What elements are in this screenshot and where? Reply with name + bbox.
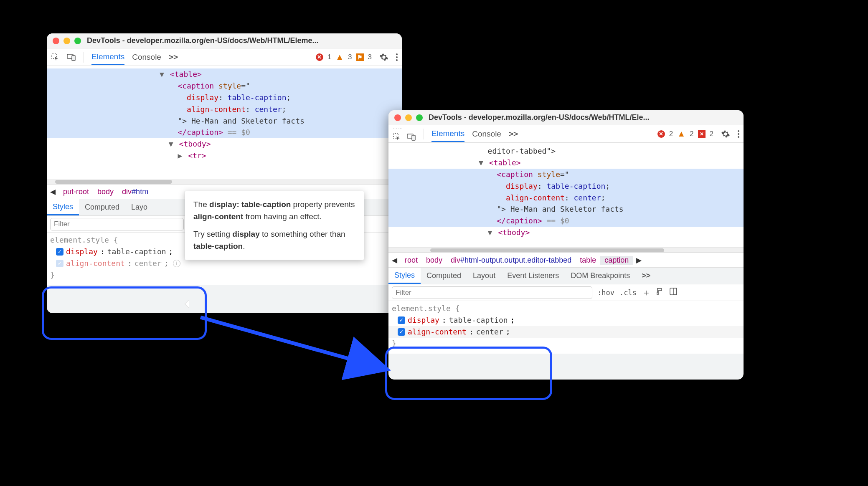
inspect-icon[interactable]: [393, 133, 401, 141]
devtools-window-before: DevTools - developer.mozilla.org/en-US/d…: [47, 33, 402, 313]
svg-rect-2: [72, 56, 75, 61]
filter-input[interactable]: [50, 218, 184, 230]
drag-handle-icon[interactable]: ⋯⋯: [393, 127, 416, 132]
dom-tree[interactable]: editor-tabbed"> ▼ <table> <caption style…: [388, 143, 744, 247]
subtab-computed[interactable]: Computed: [79, 199, 125, 215]
issues-icon[interactable]: ⚑: [356, 53, 364, 61]
css-property-value[interactable]: table-caption: [107, 246, 166, 258]
breadcrumb-prev-icon[interactable]: ◀: [47, 187, 59, 196]
property-hint-tooltip: The display: table-caption property prev…: [185, 191, 364, 260]
styles-panel[interactable]: element.style { ✓ display: table-caption…: [388, 301, 744, 354]
disclosure-triangle-icon[interactable]: ▼: [160, 68, 165, 80]
crumb-item[interactable]: put-root: [59, 187, 93, 196]
class-toggle[interactable]: .cls: [619, 289, 637, 297]
titlebar[interactable]: DevTools - developer.mozilla.org/en-US/d…: [388, 110, 744, 125]
horizontal-scrollbar[interactable]: [388, 247, 744, 253]
crumb-item[interactable]: div#htm: [118, 187, 152, 196]
more-tabs-icon[interactable]: >>: [169, 53, 178, 62]
disclosure-triangle-icon[interactable]: ▶: [178, 150, 183, 162]
property-checkbox[interactable]: ✓: [398, 328, 405, 336]
toolbar: Elements Console >> ✕1 ▲3 ⚑3: [47, 48, 402, 66]
rule-selector: element.style {: [50, 235, 118, 244]
crumb-item[interactable]: div#html-output.output.editor-tabbed: [447, 256, 576, 265]
subtab-dom-breakpoints[interactable]: DOM Breakpoints: [565, 268, 636, 284]
status-icons: ✕1 ▲3 ⚑3: [316, 52, 372, 62]
hover-toggle[interactable]: :hov: [597, 289, 614, 297]
issues-count: 3: [368, 53, 372, 61]
error-icon[interactable]: ✕: [316, 53, 323, 61]
subtab-computed[interactable]: Computed: [421, 268, 467, 284]
disclosure-triangle-icon[interactable]: ▼: [488, 227, 494, 238]
titlebar[interactable]: DevTools - developer.mozilla.org/en-US/d…: [47, 33, 402, 48]
css-property-name[interactable]: align-content: [408, 326, 467, 338]
subtab-styles[interactable]: Styles: [47, 199, 79, 215]
property-checkbox[interactable]: ✓: [56, 248, 63, 256]
minimize-icon[interactable]: [405, 114, 412, 121]
computed-panel-icon[interactable]: [669, 287, 678, 298]
crumb-item[interactable]: table: [576, 256, 600, 265]
close-icon[interactable]: [53, 38, 59, 44]
error-count: 2: [669, 130, 673, 138]
css-property-value[interactable]: center: [476, 326, 503, 338]
svg-rect-5: [412, 135, 415, 140]
tab-console[interactable]: Console: [132, 53, 161, 62]
disclosure-triangle-icon[interactable]: ▼: [169, 138, 175, 150]
close-icon[interactable]: [394, 114, 401, 121]
css-property-name[interactable]: display: [408, 314, 439, 326]
toolbar: ⋯⋯ Elements Console >> ✕2 ▲2 ✕2: [388, 125, 744, 143]
zoom-icon[interactable]: [416, 114, 423, 121]
add-rule-icon[interactable]: ＋: [642, 286, 651, 299]
filter-input[interactable]: [392, 286, 592, 299]
crumb-item[interactable]: caption: [600, 256, 633, 265]
rule-close: }: [50, 271, 55, 279]
annotation-arrow-icon: [184, 309, 418, 405]
window-title: DevTools - developer.mozilla.org/en-US/d…: [429, 113, 649, 122]
device-toggle-icon[interactable]: [407, 133, 416, 141]
css-property-name[interactable]: display: [66, 246, 98, 258]
more-subtabs-icon[interactable]: >>: [636, 268, 656, 284]
subtab-styles[interactable]: Styles: [388, 268, 421, 284]
subtab-layout[interactable]: Layout: [467, 268, 501, 284]
info-icon[interactable]: i: [173, 260, 180, 267]
subtab-layout[interactable]: Layo: [125, 199, 153, 215]
subtab-event-listeners[interactable]: Event Listeners: [501, 268, 565, 284]
filter-bar: :hov .cls ＋: [388, 284, 744, 301]
horizontal-scrollbar[interactable]: [47, 179, 402, 184]
svg-rect-6: [657, 292, 658, 295]
breadcrumb[interactable]: ◀ root body div#html-output.output.edito…: [388, 253, 744, 268]
css-property-value[interactable]: center: [135, 258, 162, 269]
breadcrumb-next-icon[interactable]: ▶: [633, 256, 645, 265]
zoom-icon[interactable]: [74, 38, 81, 44]
css-property-name[interactable]: align-content: [66, 258, 125, 269]
tab-elements[interactable]: Elements: [91, 52, 124, 65]
property-checkbox[interactable]: ✓: [398, 316, 405, 324]
error-icon[interactable]: ✕: [657, 130, 665, 138]
breadcrumb-prev-icon[interactable]: ◀: [388, 256, 401, 265]
property-checkbox[interactable]: ✓: [56, 260, 63, 267]
rule-close: }: [392, 339, 396, 348]
warning-count: 2: [690, 130, 693, 138]
warning-icon[interactable]: ▲: [677, 129, 685, 139]
crumb-item[interactable]: root: [401, 256, 422, 265]
issues-icon[interactable]: ✕: [698, 130, 706, 138]
devtools-window-after: DevTools - developer.mozilla.org/en-US/d…: [388, 110, 744, 380]
dom-tree[interactable]: ▼ <table> <caption style=" display: tabl…: [47, 66, 402, 179]
settings-gear-icon[interactable]: [721, 129, 730, 139]
minimize-icon[interactable]: [63, 38, 70, 44]
crumb-item[interactable]: body: [93, 187, 118, 196]
kebab-menu-icon[interactable]: [396, 53, 398, 61]
issues-count: 2: [710, 130, 713, 138]
warning-icon[interactable]: ▲: [335, 52, 344, 62]
disclosure-triangle-icon[interactable]: ▼: [479, 157, 485, 169]
kebab-menu-icon[interactable]: [738, 130, 739, 138]
device-toggle-icon[interactable]: [67, 53, 76, 61]
status-icons: ✕2 ▲2 ✕2: [657, 129, 713, 139]
css-property-value[interactable]: table-caption: [449, 314, 508, 326]
tab-console[interactable]: Console: [472, 129, 501, 139]
settings-gear-icon[interactable]: [379, 53, 388, 62]
paint-icon[interactable]: [656, 287, 664, 298]
tab-elements[interactable]: Elements: [431, 129, 464, 142]
more-tabs-icon[interactable]: >>: [509, 129, 518, 139]
inspect-icon[interactable]: [51, 53, 59, 61]
crumb-item[interactable]: body: [422, 256, 447, 265]
